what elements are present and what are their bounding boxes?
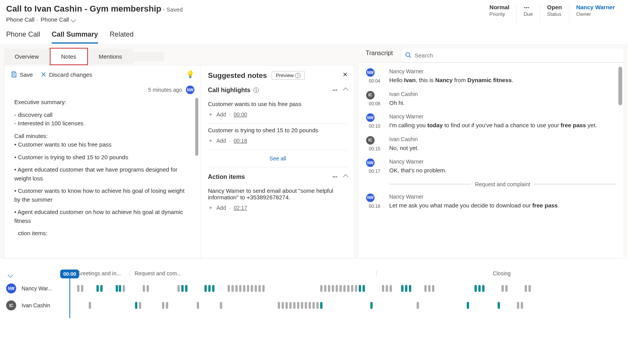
transcript-entry[interactable]: NW00:04Nancy WarnerHello Ivan, this is N… xyxy=(366,68,616,85)
call-highlights-header: Call highlights xyxy=(208,87,250,94)
scrollbar[interactable] xyxy=(618,67,622,105)
tab-related[interactable]: Related xyxy=(110,30,133,44)
entry-time: 00:17 xyxy=(366,169,383,174)
collapse-icon[interactable] xyxy=(343,174,348,180)
action-item: Nancy Warner to send email about "some h… xyxy=(208,184,348,217)
owner-link[interactable]: Nancy Warner xyxy=(576,4,615,10)
entry-time: 00:15 xyxy=(366,146,383,152)
notes-timestamp: 5 minutes ago xyxy=(148,87,182,93)
transcript-entry[interactable]: NW00:18Nancy WarnerLet me ask you what m… xyxy=(366,194,616,210)
collapse-icon[interactable] xyxy=(343,88,348,93)
collapse-timeline-button[interactable] xyxy=(8,272,12,278)
more-icon[interactable]: ··· xyxy=(333,174,338,180)
speaker-bars[interactable] xyxy=(66,285,622,292)
transcript-header: Transcript xyxy=(366,50,393,61)
notes-panel: Save Discard changes 💡 5 minutes ago NW xyxy=(4,66,201,258)
speaker-label: Nancy Warner xyxy=(389,158,447,165)
search-icon xyxy=(405,52,412,59)
add-highlight-button[interactable]: Add xyxy=(216,138,226,144)
speaker-track: NW Nancy War... xyxy=(6,283,622,293)
tab-phone-call[interactable]: Phone Call xyxy=(6,30,40,44)
entry-text: Let me ask you what made you decide to d… xyxy=(389,201,559,210)
scrollbar[interactable] xyxy=(195,98,198,156)
discard-button[interactable]: Discard changes xyxy=(41,71,92,78)
entry-time: 00:08 xyxy=(366,101,383,106)
highlight-item: Customer wants to use his free pass ＋ Ad… xyxy=(208,98,348,124)
add-action-button[interactable]: Add xyxy=(216,205,226,211)
author-avatar: NW xyxy=(186,86,194,94)
speaker-label: Nancy Warner xyxy=(389,68,513,74)
form-selector[interactable]: Phone Call xyxy=(41,16,75,23)
speaker-label: Ivan Cashin xyxy=(389,136,419,142)
speaker-name: Nancy War... xyxy=(22,285,60,292)
speaker-avatar: NW xyxy=(366,68,375,77)
transcript-entry[interactable]: IC00:08Ivan CashinOh hi. xyxy=(366,91,616,108)
speaker-avatar: NW xyxy=(366,158,375,167)
entry-text: Hello Ivan, this is Nancy from Dynamic f… xyxy=(389,76,513,85)
plus-icon: ＋ xyxy=(208,137,213,144)
tab-call-summary[interactable]: Call Summary xyxy=(52,30,98,44)
save-button[interactable]: Save xyxy=(10,71,33,78)
plus-icon: ＋ xyxy=(208,111,213,118)
search-box[interactable] xyxy=(401,48,624,62)
speaker-label: Nancy Warner xyxy=(389,113,597,120)
add-highlight-button[interactable]: Add xyxy=(216,111,226,118)
highlight-item: Customer is trying to shed 15 to 20 poun… xyxy=(208,124,348,150)
search-input[interactable] xyxy=(415,52,620,59)
speaker-avatar: NW xyxy=(6,283,16,293)
record-header: Call to Ivan Cashin - Gym membership - S… xyxy=(0,0,628,25)
due-value: --- xyxy=(523,4,533,10)
speaker-avatar: IC xyxy=(366,91,375,99)
preview-button[interactable]: Preview i xyxy=(272,71,305,80)
svg-rect-1 xyxy=(13,75,15,77)
transcript-entry[interactable]: IC00:15Ivan CashinNo, not yet. xyxy=(366,136,616,153)
entry-text: I'm calling you today to find out if you… xyxy=(389,121,597,130)
transcript-segment-divider: Request and complaint xyxy=(389,181,616,187)
lightbulb-icon[interactable]: 💡 xyxy=(186,70,194,79)
speaker-track: IC Ivan Cashin xyxy=(6,300,622,310)
chevron-down-icon xyxy=(71,17,76,22)
entry-text: OK, that's no problem. xyxy=(389,166,447,175)
suggested-title: Suggested notes xyxy=(208,71,267,80)
speaker-avatar: IC xyxy=(6,300,16,310)
speaker-label: Nancy Warner xyxy=(389,194,559,200)
segment-greetings[interactable]: Greetings and in... xyxy=(72,270,130,276)
timestamp-link[interactable]: 00:00 xyxy=(234,111,247,118)
svg-point-2 xyxy=(406,53,410,57)
speaker-avatar: NW xyxy=(366,113,375,122)
subtab-mentions[interactable]: Mentions xyxy=(88,49,133,64)
priority-value: Normal xyxy=(490,4,510,10)
transcript-entry[interactable]: NW00:10Nancy WarnerI'm calling you today… xyxy=(366,113,616,130)
info-icon[interactable]: i xyxy=(253,88,259,93)
entry-time: 00:18 xyxy=(366,204,383,209)
see-all-link[interactable]: See all xyxy=(208,150,348,167)
close-suggested-button[interactable]: ✕ xyxy=(343,71,348,78)
timestamp-link[interactable]: 02:17 xyxy=(234,205,247,211)
record-title: Call to Ivan Cashin - Gym membership xyxy=(6,4,161,13)
record-meta: NormalPriority ---Due OpenStatus Nancy W… xyxy=(483,4,622,23)
speaker-bars[interactable] xyxy=(66,302,622,309)
timestamp-link[interactable]: 00:18 xyxy=(234,138,247,144)
segment-closing[interactable]: Closing xyxy=(376,270,622,276)
entry-text: No, not yet. xyxy=(389,144,419,153)
subtab-notes[interactable]: Notes xyxy=(50,48,88,65)
notes-editor[interactable]: Executive summary: - discovery call- Int… xyxy=(4,98,201,258)
main-tabs: Phone Call Call Summary Related xyxy=(0,25,628,44)
status-value: Open xyxy=(547,4,562,10)
info-icon: i xyxy=(295,73,300,78)
speaker-label: Ivan Cashin xyxy=(389,91,418,97)
save-icon xyxy=(10,71,17,78)
more-icon[interactable]: ··· xyxy=(333,87,338,94)
entry-time: 00:04 xyxy=(366,78,383,84)
speaker-avatar: IC xyxy=(366,136,375,145)
subtab-blank[interactable] xyxy=(133,52,164,61)
suggested-notes-panel: ✕ Suggested notes Preview i Call highlig… xyxy=(201,66,355,258)
action-items-header: Action items xyxy=(208,174,245,180)
entry-text: Oh hi. xyxy=(389,99,418,108)
segment-request[interactable]: Request and com... xyxy=(130,270,376,276)
playhead[interactable]: 00:00 xyxy=(60,270,79,318)
sub-tabs: Overview Notes Mentions xyxy=(4,48,164,65)
subtab-overview[interactable]: Overview xyxy=(4,49,50,64)
speaker-name: Ivan Cashin xyxy=(22,302,60,308)
transcript-entry[interactable]: NW00:17Nancy WarnerOK, that's no problem… xyxy=(366,158,616,175)
